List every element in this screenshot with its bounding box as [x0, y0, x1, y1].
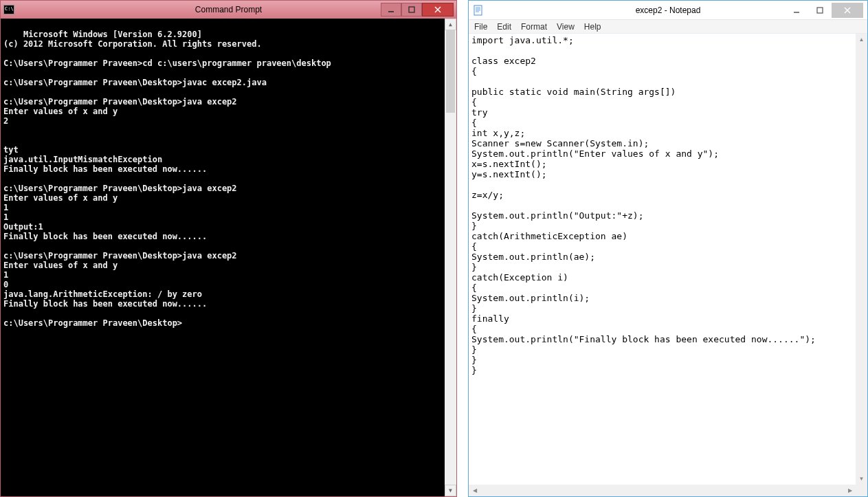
notepad-window-controls: [785, 3, 863, 18]
scroll-thumb[interactable]: [446, 30, 455, 113]
cmd-output: Microsoft Windows [Version 6.2.9200] (c)…: [3, 30, 331, 328]
menu-view[interactable]: View: [557, 22, 575, 32]
notepad-window: excep2 - Notepad File Edit Format View H…: [468, 0, 868, 497]
maximize-icon: [816, 7, 823, 14]
cmd-body[interactable]: Microsoft Windows [Version 6.2.9200] (c)…: [1, 19, 456, 496]
maximize-button[interactable]: [401, 3, 422, 16]
scroll-down-icon[interactable]: ▼: [856, 473, 867, 485]
scroll-track[interactable]: [856, 45, 867, 473]
close-button[interactable]: [422, 3, 454, 16]
notepad-scrollbar-horizontal[interactable]: ◀ ▶: [469, 485, 856, 496]
maximize-icon: [408, 6, 415, 13]
notepad-menubar: File Edit Format View Help: [469, 20, 867, 34]
notepad-titlebar[interactable]: excep2 - Notepad: [469, 1, 867, 20]
notepad-title: excep2 - Notepad: [636, 5, 701, 15]
scroll-down-icon[interactable]: ▼: [445, 485, 456, 496]
scroll-up-icon[interactable]: ▲: [856, 34, 867, 45]
svg-rect-1: [409, 7, 414, 12]
menu-help[interactable]: Help: [584, 22, 601, 32]
menu-edit[interactable]: Edit: [497, 22, 511, 32]
scroll-up-icon[interactable]: ▲: [445, 19, 456, 30]
cmd-scrollbar[interactable]: ▲ ▼: [445, 19, 456, 496]
minimize-button[interactable]: [381, 3, 401, 16]
cmd-title: Command Prompt: [195, 5, 262, 14]
scroll-track[interactable]: [480, 485, 844, 496]
minimize-icon: [793, 7, 800, 14]
svg-rect-10: [817, 8, 823, 13]
notepad-scrollbar-vertical[interactable]: ▲ ▼: [856, 34, 867, 485]
window-gap: [457, 0, 468, 497]
scroll-track[interactable]: [445, 30, 456, 485]
command-prompt-window: Command Prompt Microsoft Windows [Versio…: [0, 0, 457, 497]
notepad-icon: [473, 5, 484, 16]
close-icon: [844, 7, 851, 14]
close-button[interactable]: [832, 3, 863, 18]
maximize-button[interactable]: [808, 3, 832, 18]
minimize-button[interactable]: [785, 3, 808, 18]
notepad-text[interactable]: import java.util.*; class excep2 { publi…: [469, 34, 867, 377]
menu-format[interactable]: Format: [521, 22, 547, 32]
cmd-window-controls: [381, 3, 454, 16]
menu-file[interactable]: File: [474, 22, 487, 32]
notepad-body: import java.util.*; class excep2 { publi…: [469, 34, 867, 496]
scroll-right-icon[interactable]: ▶: [844, 485, 856, 496]
scroll-left-icon[interactable]: ◀: [469, 485, 480, 496]
minimize-icon: [388, 6, 394, 13]
cmd-icon: [3, 5, 14, 14]
cmd-titlebar[interactable]: Command Prompt: [1, 1, 456, 19]
scroll-corner: [856, 485, 867, 496]
close-icon: [434, 6, 441, 13]
